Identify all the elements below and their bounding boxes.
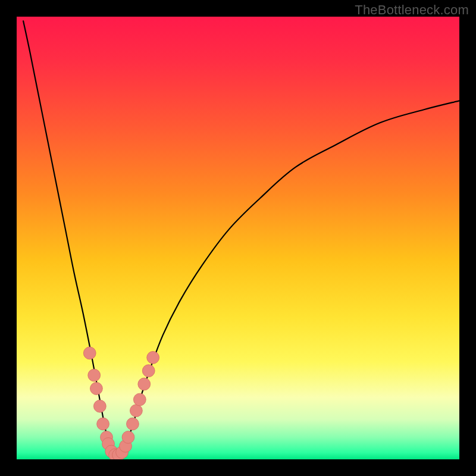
data-marker — [90, 383, 103, 395]
data-marker — [142, 365, 155, 377]
bottleneck-chart — [17, 17, 459, 459]
data-marker — [138, 378, 151, 390]
data-marker — [130, 405, 142, 417]
data-marker — [88, 369, 101, 381]
watermark-text: TheBottleneck.com — [355, 2, 469, 18]
data-marker — [97, 418, 109, 430]
plot-area — [17, 17, 459, 459]
data-marker — [122, 431, 134, 443]
data-marker — [127, 418, 139, 430]
data-marker — [83, 347, 96, 359]
data-marker — [93, 400, 106, 412]
chart-frame: TheBottleneck.com — [0, 0, 476, 476]
data-marker — [147, 351, 159, 364]
data-marker — [133, 393, 146, 406]
gradient-background — [17, 17, 459, 459]
